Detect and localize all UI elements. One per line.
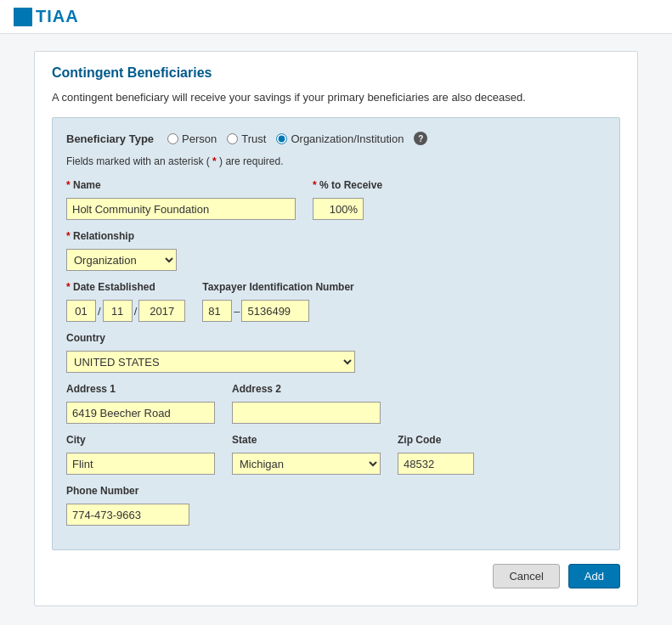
required-note: Fields marked with an asterisk ( * ) are…: [66, 155, 606, 167]
phone-input[interactable]: [66, 504, 189, 526]
percent-group: * % to Receive: [313, 179, 382, 220]
address2-label: Address 2: [232, 383, 381, 395]
tin-dash: –: [232, 305, 241, 322]
phone-label: Phone Number: [66, 485, 189, 497]
tiaa-logo-text: TIAA: [36, 7, 79, 26]
date-group: * Date Established / /: [66, 281, 185, 322]
percent-label: * % to Receive: [313, 179, 382, 191]
tiaa-square-icon: [14, 8, 32, 26]
radio-person-label: Person: [182, 132, 217, 145]
date-label: * Date Established: [66, 281, 185, 293]
beneficiary-type-row: Beneficiary Type Person Trust Organiz: [66, 132, 606, 145]
city-state-zip-row: City State Michigan Zip Code: [66, 434, 606, 475]
zip-label: Zip Code: [398, 434, 474, 446]
required-star: *: [212, 155, 217, 167]
city-input[interactable]: [66, 453, 215, 475]
date-tin-row: * Date Established / / Taxpayer Identifi…: [66, 281, 606, 322]
relationship-row: * Relationship Organization: [66, 230, 606, 271]
card-title: Contingent Beneficiaries: [35, 52, 637, 91]
name-label: * Name: [66, 179, 296, 191]
country-group: Country UNITED STATES: [66, 332, 355, 373]
country-label: Country: [66, 332, 355, 344]
city-group: City: [66, 434, 215, 475]
beneficiary-type-label: Beneficiary Type: [66, 132, 154, 145]
relationship-label: * Relationship: [66, 230, 177, 242]
date-sep2: /: [133, 305, 139, 322]
cancel-button[interactable]: Cancel: [493, 564, 559, 588]
help-icon[interactable]: ?: [414, 132, 427, 145]
date-inputs: / /: [66, 300, 185, 322]
card: Contingent Beneficiaries A contingent be…: [34, 51, 638, 606]
address1-label: Address 1: [66, 383, 215, 395]
relationship-select[interactable]: Organization: [66, 249, 177, 271]
zip-group: Zip Code: [398, 434, 474, 475]
relationship-group: * Relationship Organization: [66, 230, 177, 271]
radio-trust-label: Trust: [241, 132, 266, 145]
state-select[interactable]: Michigan: [232, 453, 381, 475]
radio-trust[interactable]: Trust: [227, 132, 266, 145]
date-sep1: /: [96, 305, 103, 322]
country-row: Country UNITED STATES: [66, 332, 606, 373]
radio-person-input[interactable]: [167, 133, 178, 144]
city-label: City: [66, 434, 215, 446]
phone-group: Phone Number: [66, 485, 189, 526]
phone-row: Phone Number: [66, 485, 606, 526]
beneficiary-type-radio-group: Person Trust Organization/Institution ?: [167, 132, 427, 145]
form-section: Beneficiary Type Person Trust Organiz: [52, 117, 620, 550]
button-row: Cancel Add: [35, 550, 637, 588]
percent-input[interactable]: [313, 198, 364, 220]
address2-input[interactable]: [232, 402, 381, 424]
add-button[interactable]: Add: [568, 564, 620, 588]
name-percent-row: * Name * % to Receive: [66, 179, 606, 220]
tin-group: Taxpayer Identification Number –: [202, 281, 353, 322]
address1-group: Address 1: [66, 383, 215, 424]
radio-organization[interactable]: Organization/Institution: [276, 132, 404, 145]
country-select[interactable]: UNITED STATES: [66, 351, 355, 373]
tiaa-logo: TIAA: [14, 7, 79, 26]
name-input[interactable]: [66, 198, 296, 220]
state-label: State: [232, 434, 381, 446]
radio-organization-label: Organization/Institution: [291, 132, 404, 145]
tin2-input[interactable]: [241, 300, 309, 322]
address2-group: Address 2: [232, 383, 381, 424]
address1-input[interactable]: [66, 402, 215, 424]
header: TIAA: [0, 0, 672, 34]
state-group: State Michigan: [232, 434, 381, 475]
radio-person[interactable]: Person: [167, 132, 217, 145]
radio-organization-input[interactable]: [276, 133, 287, 144]
name-group: * Name: [66, 179, 296, 220]
zip-input[interactable]: [398, 453, 474, 475]
date-yyyy-input[interactable]: [138, 300, 185, 322]
card-description: A contingent beneficiary will receive yo…: [35, 91, 637, 117]
tin-inputs: –: [202, 300, 353, 322]
tin-label: Taxpayer Identification Number: [202, 281, 353, 293]
radio-trust-input[interactable]: [227, 133, 238, 144]
date-dd-input[interactable]: [103, 300, 133, 322]
date-mm-input[interactable]: [66, 300, 96, 322]
main-content: Contingent Beneficiaries A contingent be…: [0, 34, 672, 625]
tin1-input[interactable]: [202, 300, 232, 322]
address-row: Address 1 Address 2: [66, 383, 606, 424]
